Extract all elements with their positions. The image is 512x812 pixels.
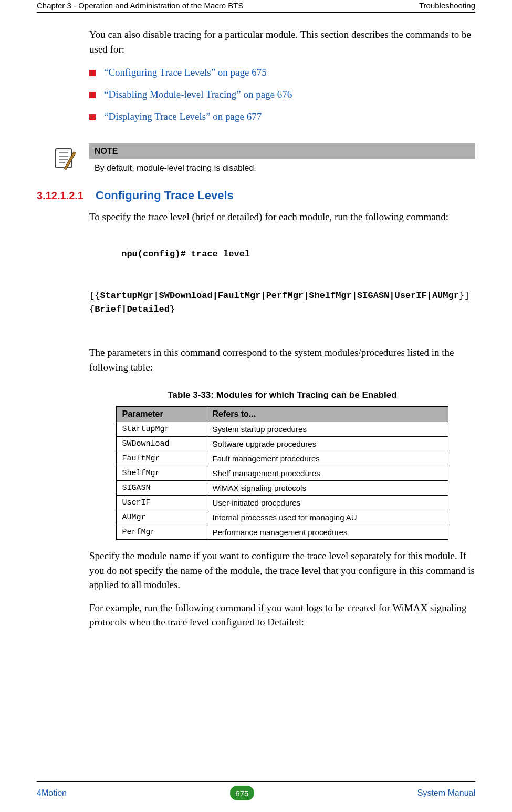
command-block: npu(config)# trace level [{StartupMgr|SW… [89,234,475,331]
command-options: Brief|Detailed [95,304,170,314]
table-row: SIGASNWiMAX signaling protocols [117,481,448,496]
table-cell-param: SWDownload [117,437,207,451]
command-syntax: [{ [89,291,100,301]
list-item: “Configuring Trace Levels” on page 675 [89,67,475,78]
note-icon [53,165,78,173]
section-number: 3.12.1.2.1 [37,190,96,202]
table-row: UserIFUser-initiated procedures [117,496,448,510]
header-section: Troubleshooting [419,1,475,10]
section-title: Configuring Trace Levels [96,189,234,202]
footer-product: 4Motion [37,788,67,798]
header-chapter: Chapter 3 - Operation and Administration… [37,1,244,10]
post-table-paragraph-1: Specify the module name if you want to c… [89,549,475,592]
xref-link[interactable]: “Displaying Trace Levels” on page 677 [104,111,262,122]
table-cell-param: PerfMgr [117,525,207,540]
table-cell-param: StartupMgr [117,422,207,437]
note-body: By default, module-level tracing is disa… [89,159,475,178]
command-modules: StartupMgr|SWDownload|FaultMgr|PerfMgr|S… [100,291,459,301]
table-cell-param: ShelfMgr [117,466,207,481]
table-header-row: Parameter Refers to... [117,406,448,422]
table-row: ShelfMgrShelf management procedures [117,466,448,481]
table-cell-desc: User-initiated procedures [207,496,448,510]
section-heading: 3.12.1.2.1 Configuring Trace Levels [37,189,475,202]
page-header: Chapter 3 - Operation and Administration… [37,0,475,10]
modules-table: Parameter Refers to... StartupMgrSystem … [116,406,448,540]
section-intro: To specify the trace level (brief or det… [89,210,475,224]
table-row: FaultMgrFault management procedures [117,451,448,466]
table-header: Refers to... [207,406,448,422]
bullet-icon [89,114,96,120]
bullet-icon [89,70,96,76]
xref-link[interactable]: “Disabling Module-level Tracing” on page… [104,89,292,100]
bullet-icon [89,92,96,98]
table-cell-desc: WiMAX signaling protocols [207,481,448,496]
command-syntax: } [170,304,175,314]
table-row: StartupMgrSystem startup procedures [117,422,448,437]
table-row: AUMgrInternal processes used for managin… [117,510,448,525]
intro-paragraph: You can also disable tracing for a parti… [89,27,475,56]
xref-link[interactable]: “Configuring Trace Levels” on page 675 [104,67,267,78]
header-rule [37,12,475,13]
table-row: SWDownloadSoftware upgrade procedures [117,437,448,451]
page-number-badge: 675 [230,786,254,800]
list-item: “Disabling Module-level Tracing” on page… [89,89,475,100]
footer-rule [37,781,475,782]
page-footer: 4Motion 675 System Manual [37,781,475,800]
table-cell-desc: Fault management procedures [207,451,448,466]
after-command-paragraph: The parameters in this command correspon… [89,345,475,374]
table-cell-desc: Internal processes used for managing AU [207,510,448,525]
table-cell-param: FaultMgr [117,451,207,466]
table-cell-param: SIGASN [117,481,207,496]
post-table-paragraph-2: For example, run the following command i… [89,601,475,630]
note-title: NOTE [89,143,475,159]
command-text: npu(config)# trace level [121,249,250,259]
table-cell-param: UserIF [117,496,207,510]
table-cell-desc: Software upgrade procedures [207,437,448,451]
table-cell-param: AUMgr [117,510,207,525]
table-cell-desc: System startup procedures [207,422,448,437]
footer-doc-title: System Manual [417,788,475,798]
table-cell-desc: Performance management procedures [207,525,448,540]
table-cell-desc: Shelf management procedures [207,466,448,481]
note-callout: NOTE By default, module-level tracing is… [37,143,475,178]
xref-list: “Configuring Trace Levels” on page 675 “… [89,67,475,122]
list-item: “Displaying Trace Levels” on page 677 [89,111,475,122]
table-header: Parameter [117,406,207,422]
table-caption: Table 3-33: Modules for which Tracing ca… [89,390,475,400]
table-row: PerfMgrPerformance management procedures [117,525,448,540]
